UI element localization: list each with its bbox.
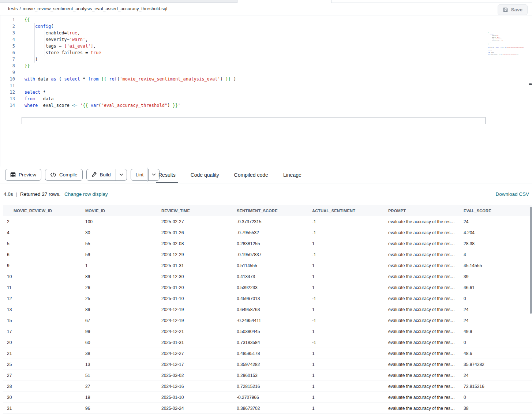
cell-sentiment_score: 0.72815216 [229,381,305,392]
cell-eval_score: 24 [456,315,532,326]
cell-actual_sentiment: -1 [305,337,381,348]
code-line[interactable]: 3 enabled=true, [0,30,532,36]
code-line[interactable]: 5 tags = ['ai_eval'], [0,43,532,49]
cell-sentiment_score: 0.48595178 [229,348,305,359]
query-duration: 4.0s [4,191,13,197]
cell-sentiment_score: 0.2960153 [229,370,305,381]
cell-sentiment_score: 0.413473 [229,271,305,282]
preview-button[interactable]: Preview [5,169,41,181]
query-status: 4.0s | Returned 27 rows. [4,191,60,197]
save-button[interactable]: Save [498,4,528,15]
cell-eval_score: 24 [456,216,532,227]
editor-scrollbar-thumb[interactable] [529,83,532,85]
prompt-preview-text: evaluate the accuracy of the res… [388,406,455,411]
code-line[interactable]: 11 [0,82,532,89]
cell-eval_score: 24 [456,304,532,315]
build-button[interactable]: Build [87,169,116,180]
lint-button-group: Lint [131,169,160,181]
prompt-preview-text: evaluate the accuracy of the res… [388,296,455,301]
code-line-text: from data [25,96,53,102]
table-row: 12252025-01-100.45967013-1evaluate the a… [3,293,532,304]
tab-results[interactable]: Results [158,167,176,183]
column-header-movie_id: MOVIE_ID [78,205,154,216]
cell-movie_id: 26 [78,282,154,293]
code-line[interactable]: 12select * [0,89,532,96]
cell-review_time: 2024-12-17 [154,359,229,370]
code-line[interactable]: 6 store_failures = true [0,49,532,56]
table-grid-icon [10,172,16,177]
cell-prompt: evaluate the accuracy of the res…› [381,238,456,249]
code-line[interactable]: 2 config( [0,23,532,30]
cell-review_time: 2025-01-10 [154,293,229,304]
code-line-text: with data as ( select * from {{ ref('mov… [25,76,236,82]
line-number: 6 [0,49,15,56]
tab-lineage[interactable]: Lineage [283,167,301,183]
code-line[interactable]: 4 severity='warn', [0,36,532,43]
cell-movie_review_id: 4 [3,227,78,238]
cell-eval_score: 0 [456,392,532,403]
column-header-sentiment_score: SENTIMENT_SCORE [229,205,305,216]
cell-movie_id: 55 [78,238,154,249]
build-button-group: Build [86,169,127,181]
lint-dropdown-toggle[interactable] [148,169,159,180]
build-dropdown-toggle[interactable] [116,169,127,180]
cell-movie_id: 38 [78,348,154,359]
cell-movie_id: 59 [78,249,154,260]
cell-movie_review_id: 11 [3,282,78,293]
results-table: MOVIE_REVIEW_IDMOVIE_IDREVIEW_TIMESENTIM… [3,205,532,414]
breadcrumb: tests/movie_review_sentiment_analysis_ev… [8,6,167,11]
cell-movie_review_id: 5 [3,238,78,249]
cell-actual_sentiment: -1 [305,249,381,260]
floppy-disk-icon [503,7,508,12]
line-number: 4 [0,36,15,43]
cell-movie_id: 51 [78,370,154,381]
breadcrumb-root[interactable]: tests [8,6,18,11]
cell-eval_score: 28.38 [456,238,532,249]
cell-movie_review_id: 27 [3,370,78,381]
sql-code-editor[interactable]: 1{{2 config(3 enabled=true,4 severity='w… [0,15,532,167]
wrench-icon [91,172,97,177]
cell-eval_score: 49.9 [456,326,532,337]
code-line[interactable]: 9 [0,69,532,76]
code-line[interactable]: 7 ) [0,56,532,63]
prompt-preview-text: evaluate the accuracy of the res… [388,373,455,378]
cell-eval_score: 72.815216 [456,381,532,392]
cell-movie_id: 13 [78,359,154,370]
table-scrollbar-thumb[interactable] [530,207,532,314]
tab-code-quality[interactable]: Code quality [191,167,219,183]
lint-button[interactable]: Lint [131,169,149,180]
code-line[interactable]: 13from data [0,96,532,102]
cell-prompt: evaluate the accuracy of the res…› [381,381,456,392]
cell-actual_sentiment: -1 [305,293,381,304]
cell-review_time: 2025-01-20 [154,282,229,293]
code-line[interactable]: 14where eval_score <= '{{ var("eval_accu… [0,102,532,109]
prompt-preview-text: evaluate the accuracy of the res… [388,230,455,235]
cell-sentiment_score: -0.24954411 [229,315,305,326]
cell-actual_sentiment: 1 [305,304,381,315]
table-row: 25132024-12-170.359742821evaluate the ac… [3,359,532,370]
code-line[interactable]: 1{{ [0,16,532,23]
cell-review_time: 2025-01-10 [154,392,229,403]
cell-actual_sentiment: 1 [305,370,381,381]
editor-minimap[interactable]: {{ config( enabled=true, severity='warn'… [488,32,524,59]
code-line[interactable]: 8}} [0,63,532,69]
code-line[interactable]: 10with data as ( select * from {{ ref('m… [0,76,532,82]
compile-button[interactable]: Compile [45,169,83,181]
toolbar-divider [147,168,148,182]
cell-actual_sentiment: 1 [305,326,381,337]
cell-review_time: 2025-02-08 [154,238,229,249]
table-row: 21382024-12-270.485951781evaluate the ac… [3,348,532,359]
cell-sentiment_score: 0.5114555 [229,260,305,271]
cell-sentiment_score: 0.38673702 [229,403,305,414]
code-line-text: ) [25,56,38,63]
table-row: 17992024-12-210.503804451evaluate the ac… [3,326,532,337]
prompt-preview-text: evaluate the accuracy of the res… [388,219,455,224]
cell-review_time: 2025-01-26 [154,227,229,238]
change-row-display-link[interactable]: Change row display [64,191,108,197]
download-csv-link[interactable]: Download CSV [495,191,529,197]
prompt-preview-text: evaluate the accuracy of the res… [388,318,455,323]
cell-movie_review_id: 30 [3,392,78,403]
table-body: 21002025-02-27-0.37372315-1evaluate the … [3,216,532,414]
tab-compiled-code[interactable]: Compiled code [234,167,268,183]
cell-eval_score: 35.974282 [456,359,532,370]
